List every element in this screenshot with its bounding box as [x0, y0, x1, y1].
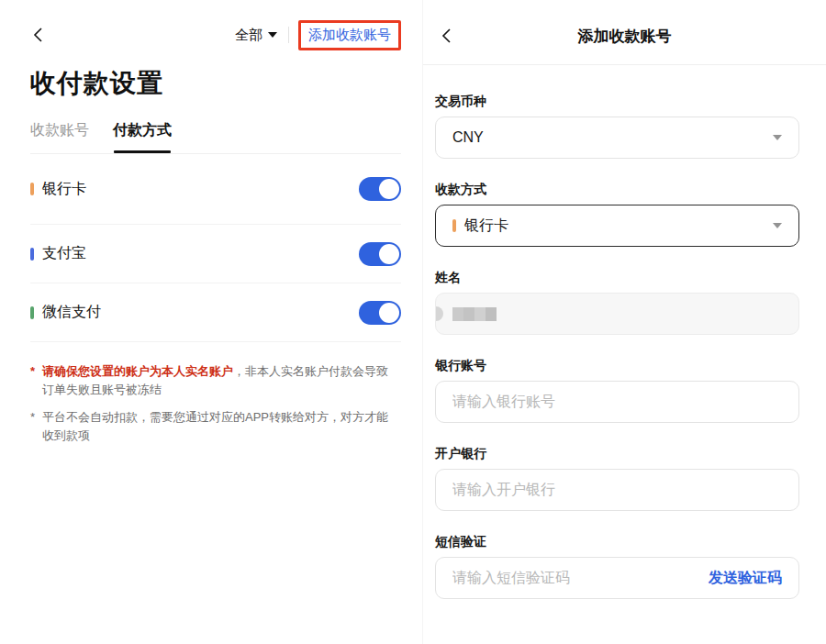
method-label: 收款方式 — [435, 181, 799, 197]
method-select[interactable]: 银行卡 — [435, 205, 799, 247]
right-header: 添加收款账号 — [423, 0, 826, 65]
note-rest: 平台不会自动扣款，需要您通过对应的APP转账给对方，对方才能收到款项 — [42, 410, 388, 442]
bank-name-input[interactable] — [452, 482, 782, 498]
filter-dropdown[interactable]: 全部 — [235, 27, 277, 44]
toggle-knob — [379, 244, 399, 264]
wechat-toggle[interactable] — [359, 301, 401, 325]
bank-indicator-bar — [452, 219, 456, 232]
note-transfer-info: *平台不会自动扣款，需要您通过对应的APP转账给对方，对方才能收到款项 — [30, 408, 397, 445]
toggle-knob — [379, 179, 399, 199]
payment-method-label: 微信支付 — [42, 303, 101, 322]
wechat-indicator-bar — [30, 306, 34, 319]
sms-code-input[interactable] — [452, 570, 698, 586]
redacted-name-value — [452, 307, 497, 321]
bank-toggle[interactable] — [359, 177, 401, 201]
bank-indicator-bar — [30, 183, 34, 195]
redacted-shape — [435, 306, 443, 321]
bank-account-input[interactable] — [452, 394, 782, 410]
note-star: * — [30, 408, 35, 427]
name-field[interactable] — [435, 293, 799, 335]
currency-select[interactable]: CNY — [435, 117, 799, 159]
panel-title: 添加收款账号 — [423, 26, 826, 47]
tabs: 收款账号 付款方式 — [30, 121, 401, 154]
payment-method-row-bank: 银行卡 — [30, 154, 401, 225]
bank-label: 开户银行 — [435, 445, 799, 461]
note-star: * — [30, 362, 35, 381]
app-root: 全部 添加收款账号 收付款设置 收款账号 付款方式 银行卡 支付宝 微信支付 — [0, 0, 826, 644]
bank-group: 开户银行 — [435, 445, 799, 511]
payment-settings-panel: 全部 添加收款账号 收付款设置 收款账号 付款方式 银行卡 支付宝 微信支付 — [0, 0, 422, 644]
left-header: 全部 添加收款账号 — [30, 18, 401, 51]
name-label: 姓名 — [435, 269, 799, 285]
tab-receive-accounts[interactable]: 收款账号 — [30, 121, 89, 140]
sms-group: 短信验证 发送验证码 — [435, 533, 799, 599]
notes: *请确保您设置的账户为本人实名账户，非本人实名账户付款会导致订单失败且账号被冻结… — [30, 362, 397, 446]
bank-field — [435, 469, 799, 511]
caret-down-icon — [268, 32, 277, 38]
back-button[interactable] — [30, 27, 47, 43]
send-code-button[interactable]: 发送验证码 — [709, 569, 782, 588]
payment-method-row-alipay: 支付宝 — [30, 225, 401, 283]
account-group: 银行账号 — [435, 357, 799, 423]
add-account-form: 交易币种 CNY 收款方式 银行卡 姓名 — [423, 65, 826, 599]
filter-label: 全部 — [235, 27, 262, 44]
header-divider — [288, 27, 289, 43]
tab-payment-methods[interactable]: 付款方式 — [113, 121, 172, 140]
chevron-left-icon — [30, 27, 47, 43]
sms-field: 发送验证码 — [435, 557, 799, 599]
payment-method-row-wechat: 微信支付 — [30, 283, 401, 342]
currency-value: CNY — [452, 129, 484, 146]
note-highlight: 请确保您设置的账户为本人实名账户 — [42, 364, 233, 378]
payment-method-label: 支付宝 — [42, 244, 86, 263]
sms-label: 短信验证 — [435, 533, 799, 550]
alipay-toggle[interactable] — [359, 242, 401, 266]
method-value: 银行卡 — [464, 217, 508, 236]
payment-method-label: 银行卡 — [42, 180, 86, 199]
alipay-indicator-bar — [30, 248, 34, 261]
add-account-panel: 添加收款账号 交易币种 CNY 收款方式 银行卡 姓名 — [422, 0, 826, 644]
currency-group: 交易币种 CNY — [435, 93, 799, 159]
currency-label: 交易币种 — [435, 93, 799, 109]
account-field — [435, 381, 799, 423]
name-group: 姓名 — [435, 269, 799, 335]
caret-down-icon — [773, 223, 782, 228]
add-payee-account-button[interactable]: 添加收款账号 — [298, 20, 401, 50]
page-title: 收付款设置 — [30, 66, 401, 101]
note-realname-warning: *请确保您设置的账户为本人实名账户，非本人实名账户付款会导致订单失败且账号被冻结 — [30, 362, 397, 399]
method-group: 收款方式 银行卡 — [435, 181, 799, 247]
caret-down-icon — [773, 135, 782, 140]
account-label: 银行账号 — [435, 357, 799, 373]
toggle-knob — [379, 303, 399, 323]
